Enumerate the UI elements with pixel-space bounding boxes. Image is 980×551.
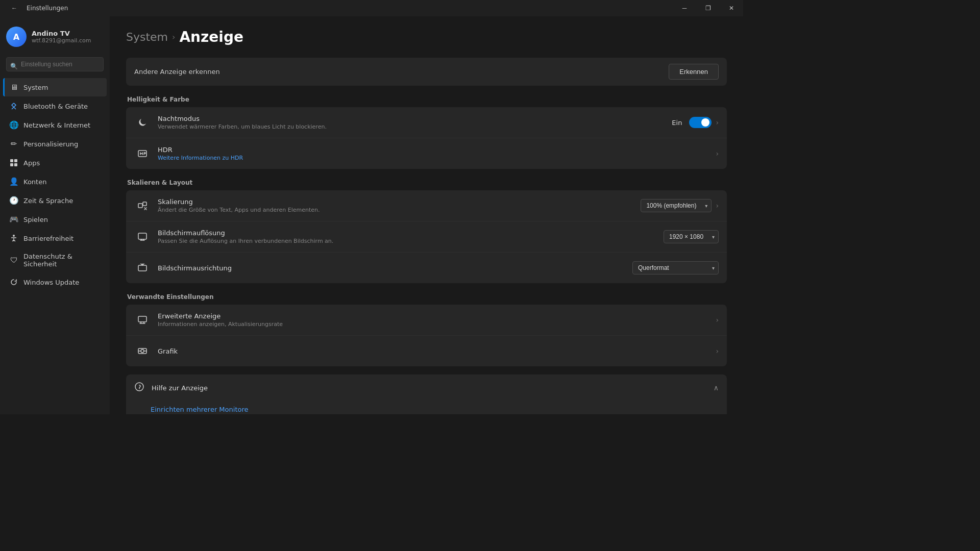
back-button[interactable]: ← (6, 0, 22, 16)
graphics-icon (134, 343, 151, 359)
svg-point-13 (135, 383, 143, 391)
personalization-icon: ✏️ (9, 139, 18, 148)
back-icon: ← (11, 5, 17, 12)
titlebar-title: Einstellungen (27, 5, 68, 12)
orientation-row[interactable]: Bildschirmausrichtung Querformat Hochfor… (126, 253, 727, 283)
orientation-icon (134, 260, 151, 276)
svg-rect-7 (143, 202, 146, 206)
graphics-right: › (716, 347, 719, 355)
help-title: Hilfe zur Anzeige (152, 384, 714, 392)
sidebar-item-label: Apps (23, 159, 40, 167)
hdr-row[interactable]: HDR Weitere Informationen zu HDR › (126, 138, 727, 169)
brightness-card: Nachtmodus Verwendet wärmerer Farben, um… (126, 107, 727, 169)
restore-icon: ❐ (705, 5, 711, 12)
user-info: Andino TV wtf.8291@gmail.com (32, 30, 91, 44)
help-section: Hilfe zur Anzeige ∧ Einrichten mehrerer … (126, 374, 727, 414)
detect-label: Andere Anzeige erkennen (134, 68, 669, 76)
night-mode-subtitle: Verwendet wärmerer Farben, um blaues Lic… (158, 123, 672, 130)
advanced-display-chevron: › (716, 316, 719, 324)
sidebar-item-gaming[interactable]: 🎮 Spielen (3, 210, 107, 229)
titlebar-controls: ─ ❐ ✕ (673, 0, 743, 16)
sidebar-item-personalization[interactable]: ✏️ Personalisierung (3, 135, 107, 153)
section-related: Verwandte Einstellungen (126, 293, 727, 300)
system-icon: 🖥 (9, 83, 18, 92)
graphics-row[interactable]: Grafik › (126, 336, 727, 366)
sidebar-item-label: Spielen (23, 216, 48, 223)
help-chevron: ∧ (714, 384, 719, 392)
advanced-display-text: Erweiterte Anzeige Informationen anzeige… (158, 312, 716, 328)
orientation-text: Bildschirmausrichtung (158, 264, 632, 272)
sidebar-item-label: System (23, 84, 48, 91)
time-icon: 🕐 (9, 196, 18, 205)
help-content: Einrichten mehrerer Monitore (126, 401, 727, 414)
scaling-icon (134, 197, 151, 214)
hdr-link-container: Weitere Informationen zu HDR (158, 155, 716, 161)
search-icon: 🔍 (10, 63, 18, 70)
scaling-row[interactable]: Skalierung Ändert die Größe von Text, Ap… (126, 190, 727, 221)
bluetooth-icon (9, 102, 18, 111)
avatar: A (6, 27, 27, 47)
night-mode-toggle[interactable] (689, 117, 712, 128)
close-button[interactable]: ✕ (720, 0, 743, 16)
night-mode-chevron: › (716, 118, 719, 127)
detect-button[interactable]: Erkennen (669, 64, 719, 80)
sidebar-item-network[interactable]: 🌐 Netzwerk & Internet (3, 116, 107, 134)
svg-rect-8 (138, 233, 146, 239)
svg-rect-10 (138, 316, 146, 322)
advanced-display-icon (134, 312, 151, 328)
resolution-select[interactable]: 980 × 551 1600 × 900 1280 × 720 (664, 230, 719, 243)
sidebar-item-apps[interactable]: Apps (3, 154, 107, 172)
svg-point-4 (13, 235, 15, 237)
scaling-chevron: › (716, 202, 719, 210)
sidebar-item-label: Konten (23, 178, 46, 186)
scaling-text: Skalierung Ändert die Größe von Text, Ap… (158, 198, 641, 213)
update-icon (9, 278, 18, 287)
avatar-initials: A (13, 32, 19, 42)
close-icon: ✕ (729, 5, 734, 12)
hdr-title: HDR (158, 146, 716, 154)
restore-button[interactable]: ❐ (696, 0, 720, 16)
hdr-link[interactable]: Weitere Informationen zu HDR (158, 155, 243, 161)
minimize-button[interactable]: ─ (673, 0, 696, 16)
sidebar-nav: 🖥 System Bluetooth & Geräte 🌐 Netzwerk &… (0, 78, 110, 292)
svg-rect-9 (138, 265, 146, 271)
scaling-title: Skalierung (158, 198, 641, 206)
sidebar-item-time[interactable]: 🕐 Zeit & Sprache (3, 191, 107, 210)
sidebar-item-privacy[interactable]: 🛡 Datenschutz & Sicherheit (3, 248, 107, 272)
scaling-dropdown-wrapper: 100% (empfohlen) 125% 150% 175% ▾ (641, 199, 712, 212)
scaling-subtitle: Ändert die Größe von Text, Apps und ande… (158, 207, 641, 213)
titlebar: ← Einstellungen ─ ❐ ✕ (0, 0, 743, 16)
scaling-select[interactable]: 100% (empfohlen) 125% 150% 175% (641, 199, 712, 212)
privacy-icon: 🛡 (9, 256, 18, 265)
graphics-text: Grafik (158, 347, 716, 355)
sidebar-item-bluetooth[interactable]: Bluetooth & Geräte (3, 97, 107, 115)
search-input[interactable] (6, 57, 104, 71)
night-mode-value: Ein (672, 119, 682, 127)
orientation-right: Querformat Hochformat Querformat (gespie… (632, 261, 719, 274)
resolution-dropdown-wrapper: 980 × 551 1600 × 900 1280 × 720 ▾ (664, 230, 719, 243)
hdr-right: › (716, 149, 719, 158)
resolution-row[interactable]: Bildschirmauflösung Passen Sie die Auflö… (126, 221, 727, 253)
sidebar-item-update[interactable]: Windows Update (3, 273, 107, 291)
breadcrumb-parent[interactable]: System (126, 31, 168, 43)
svg-rect-0 (10, 159, 13, 162)
night-mode-text: Nachtmodus Verwendet wärmerer Farben, um… (158, 115, 672, 130)
orientation-select[interactable]: Querformat Hochformat Querformat (gespie… (632, 261, 719, 274)
sidebar-item-label: Datenschutz & Sicherheit (23, 253, 101, 268)
advanced-display-row[interactable]: Erweiterte Anzeige Informationen anzeige… (126, 305, 727, 336)
help-header[interactable]: Hilfe zur Anzeige ∧ (126, 374, 727, 401)
hdr-chevron: › (716, 149, 719, 158)
section-scale: Skalieren & Layout (126, 179, 727, 186)
resolution-icon (134, 229, 151, 245)
main-content: System › Anzeige Andere Anzeige erkennen… (110, 16, 743, 414)
sidebar-item-accounts[interactable]: 👤 Konten (3, 172, 107, 191)
svg-rect-1 (14, 159, 17, 162)
user-email: wtf.8291@gmail.com (32, 37, 91, 44)
help-link-monitors[interactable]: Einrichten mehrerer Monitore (151, 406, 249, 413)
resolution-text: Bildschirmauflösung Passen Sie die Auflö… (158, 229, 664, 244)
sidebar-item-accessibility[interactable]: Barrierefreiheit (3, 229, 107, 247)
sidebar-item-system[interactable]: 🖥 System (3, 78, 107, 96)
svg-rect-2 (10, 163, 13, 166)
user-profile[interactable]: A Andino TV wtf.8291@gmail.com (0, 16, 110, 55)
night-mode-row[interactable]: Nachtmodus Verwendet wärmerer Farben, um… (126, 107, 727, 138)
